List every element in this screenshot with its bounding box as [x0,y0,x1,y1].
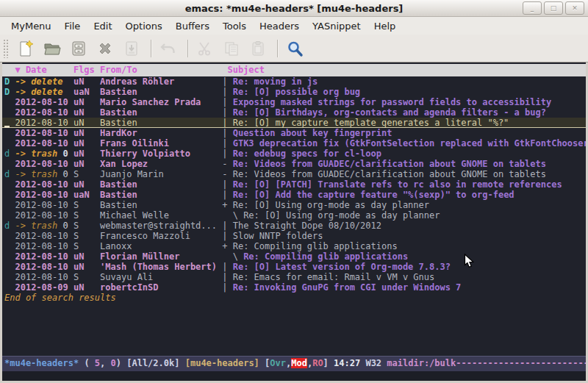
toolbar-search-button[interactable] [284,37,309,60]
text-segment: Bastien [100,179,222,190]
mode-line[interactable]: *mu4e-headers* ( 5, 0) [All/2.0k] [mu4e-… [2,356,586,371]
buffer-empty-area [2,303,586,356]
text-segment: ) [116,358,126,368]
text-segment [4,272,15,282]
text-segment: | [222,262,232,272]
text-segment: Lanoxx [100,241,222,251]
message-row[interactable]: 2012-08-10 S Bastien + Re: [O] Using org… [2,200,586,210]
minibuffer[interactable] [2,371,586,381]
text-segment: | [222,272,232,282]
text-segment: D [4,76,15,87]
close-icon: ✕ [572,5,578,12]
message-row[interactable]: d -> trash 0 uN Thierry Volpiatto | Re: … [2,148,586,159]
text-segment: Re: Compiling glib applications [233,241,398,251]
message-row[interactable]: 2012-08-10 uN HardKor | Question about k… [2,128,586,138]
toolbar-separator [277,40,279,57]
title-bar[interactable]: emacs: *mu4e-headers* [mu4e-headers] _□✕ [0,0,588,17]
new-file-icon [17,40,35,57]
text-segment: Re: [O] Add the capture feature "%(sexp)… [233,190,514,200]
text-segment [4,138,15,148]
text-segment: 2012-08-10 [15,97,73,107]
text-segment: - [222,169,232,179]
text-segment: | [222,107,232,118]
text-segment: Re: [O] Birthdays, org-contacts and agen… [233,107,546,118]
text-segment: uN [74,76,100,87]
maximize-icon: □ [551,5,557,12]
cut-icon [196,40,214,57]
toolbar-save-button[interactable] [68,37,93,60]
text-segment [4,282,15,293]
message-row[interactable]: 2012-08-10 uN Xan Lopez - Re: Videos fro… [2,159,586,169]
text-segment: Mario Sanchez Prada [100,97,222,107]
minimize-button[interactable]: _ [523,1,542,15]
message-row[interactable]: 2012-08-10 uN Bastien | Re: [O] Birthday… [2,107,586,118]
text-segment: Juanjo Marin [100,169,222,179]
text-segment [4,159,15,169]
toolbar-open-folder-button[interactable] [41,37,66,60]
toolbar [0,35,588,62]
text-segment [4,107,15,118]
menu-item-edit[interactable]: Edit [87,19,118,33]
toolbar-separator [151,40,152,57]
text-segment: | [222,231,232,241]
message-row[interactable]: 2012-08-10 uN Bastien | Re: [O] [PATCH] … [2,179,586,190]
message-row[interactable]: 2012-08-10 uN Frans Oilinki | GTK3 depre… [2,138,586,148]
text-segment: Re: moving in js [233,76,318,87]
text-segment: 2012-08-10 [15,210,73,221]
emacs-window: emacs: *mu4e-headers* [mu4e-headers] _□✕… [0,0,588,383]
message-row[interactable]: D -> delete uaN Bastien | Re: [O] possib… [2,87,586,97]
toolbar-separator [187,40,189,57]
menu-item-tools[interactable]: Tools [216,19,253,33]
menu-item-mymenu[interactable]: MyMenu [4,19,58,33]
text-segment: \ [222,210,243,221]
message-row[interactable]: 2012-08-10 uN Florian Müllner \ Re: Comp… [2,251,586,262]
text-segment [4,179,15,190]
menu-item-options[interactable]: Options [119,19,169,33]
mu4e-headers-buffer: ▼ Date Flgs From/To Subject D -> delete … [2,62,586,381]
menu-item-headers[interactable]: Headers [253,19,306,33]
minimize-icon: _ [531,5,534,12]
menu-item-buffers[interactable]: Buffers [169,19,216,33]
toolbar-close-buffer-button[interactable] [94,37,119,60]
text-segment: Re: [O] [PATCH] Translate refs to rc als… [233,179,562,190]
text-segment: uaN [74,190,100,200]
text-segment: 2012-08-10 [15,251,73,262]
toolbar-new-file-button[interactable] [15,37,40,60]
text-segment: Frans Oilinki [100,138,222,148]
message-row[interactable]: d -> trash 0 S webmaster@straightd... | … [2,221,586,231]
message-row[interactable]: 2012-08-09 uN robertcInSD | Re: Invoking… [2,282,586,293]
message-row[interactable]: 2012-08-10 S Michael Welle \ Re: [O] Usi… [2,210,586,221]
message-row[interactable]: 2012-08-10 S Francesco Mazzoli | Slow NN… [2,231,586,241]
text-segment: Bastien [100,190,222,200]
end-of-results: End of search results [2,293,586,303]
undo-icon [159,40,177,57]
menu-item-yasnippet[interactable]: YASnippet [306,19,368,33]
text-segment: 2012-08-09 [15,282,73,293]
text-segment: Re: Compiling glib applications [243,251,408,262]
message-row[interactable]: d -> trash 0 S Juanjo Marin - Re: Videos… [2,169,586,179]
text-segment: GTK3 deprecation fix (GtkFontSelection r… [233,138,586,148]
menu-item-help[interactable]: Help [368,19,403,33]
window-controls: _□✕ [523,1,584,15]
open-folder-icon [43,40,61,57]
text-segment: d [4,221,15,231]
message-row[interactable]: 2012-08-10 S Lanoxx + Re: Compiling glib… [2,241,586,251]
text-segment [4,262,15,272]
toolbar-grip-handle[interactable] [3,39,10,58]
close-button[interactable]: ✕ [565,1,584,15]
message-row[interactable]: 2012-08-10 uN Mario Sanchez Prada | Expo… [2,97,586,107]
maximize-button[interactable]: □ [544,1,563,15]
message-row[interactable]: 2012-08-10 uN 'Mash (Thomas Herbert) | R… [2,262,586,272]
message-row-selected[interactable]: 2012-08-10 uN Bastien | Re: [O] my captu… [2,118,586,128]
message-row[interactable]: D -> delete uN Andreas Röhler | Re: movi… [2,76,586,87]
text-segment: Slow NNTP folders [233,231,323,241]
message-row[interactable]: 2012-08-10 S Suvayu Ali | Re: Emacs for … [2,272,586,282]
text-segment: Suvayu Ali [100,272,222,282]
text-segment: -> delete [15,76,62,87]
message-row[interactable]: 2012-08-10 uaN Bastien | Re: [O] Add the… [2,190,586,200]
menu-item-file[interactable]: File [58,19,87,33]
text-segment: S [74,169,100,179]
text-segment: W32 [360,358,387,368]
text-segment: S [74,272,100,282]
search-icon [286,40,304,57]
